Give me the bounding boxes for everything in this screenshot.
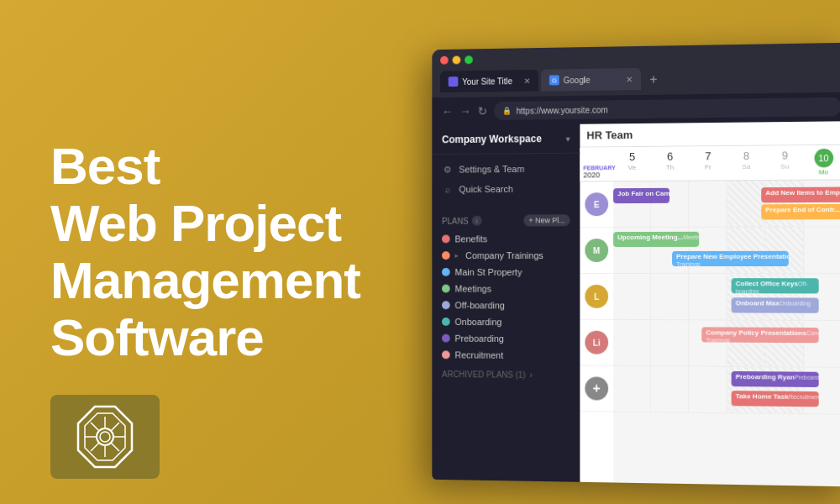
settings-icon: ⚙ [442,164,454,176]
expand-icon-trainings[interactable]: ▸ [454,251,459,260]
grid-cell-4-1 [651,366,689,412]
calendar-body: E M L Li + [580,180,840,486]
plan-label-preboarding: Preboarding [454,333,503,344]
browser-chrome: Your Site Title ✕ G Google ✕ + [432,43,840,98]
calendar-event[interactable]: Prepare End of Contr... [761,204,840,220]
plan-label-benefits: Benefits [454,234,487,244]
plans-section: PLANS i + New Pl... Benefits ▸ Company T… [432,210,580,364]
grid-cell-3-0 [613,320,651,365]
address-field[interactable]: 🔒 https://www.yoursite.com [494,97,840,120]
tab-active[interactable]: Your Site Title ✕ [440,70,538,92]
tab-close-icon-2[interactable]: ✕ [626,75,633,84]
day-header-4: 9 Su [765,145,804,180]
user-avatar-2: L [585,285,608,308]
plan-item-preboarding[interactable]: Preboarding [432,330,580,348]
forward-button[interactable]: → [459,105,471,118]
grid-cell-2-0 [613,274,651,319]
plan-item-trainings[interactable]: ▸ Company Trainings [432,247,580,264]
svg-line-8 [91,423,99,431]
day-label-1: Th [666,164,674,171]
grid-cell-2-1 [651,274,689,319]
lock-icon: 🔒 [502,107,512,115]
search-icon: ⌕ [442,183,454,195]
day-label-3: Sa [742,163,750,171]
archived-chevron-icon: › [530,370,533,380]
plan-label-property: Main St Property [454,267,522,277]
calendar-event[interactable]: Preboarding RyanPreboarding [732,371,819,387]
grid-cell-1-5 [804,227,840,273]
plan-dot-recruitment [442,350,450,359]
svg-line-10 [111,423,119,431]
plan-dot-trainings [442,251,450,260]
grid-cell-3-1 [651,320,689,365]
plan-item-onboarding[interactable]: Onboarding [432,313,580,331]
archived-plans-section[interactable]: ARCHIVED PLANS (1) › [432,363,580,386]
sidebar: Company Workspace ▾ ⚙ Settings & Team ⌕ … [432,124,580,482]
browser-mockup: Your Site Title ✕ G Google ✕ + ← → ↻ 🔒 h… [432,43,840,487]
user-avatar-1: M [585,239,608,262]
sidebar-item-settings[interactable]: ⚙ Settings & Team [432,159,580,180]
calendar-team-title: HR Team [586,129,633,142]
plans-label: PLANS i [442,216,481,226]
calendar-year: 2020 [583,171,610,179]
plan-label-meetings: Meetings [454,284,491,294]
plan-item-recruitment[interactable]: Recruitment [432,346,580,364]
plan-dot-benefits [442,235,450,244]
user-avatar-3: Li [585,331,608,354]
day-label-2: Fr [705,163,711,171]
back-button[interactable]: ← [442,105,454,118]
plan-label-recruitment: Recruitment [454,350,503,360]
user-row-4: + [580,365,613,412]
sidebar-search-label: Quick Search [459,184,512,194]
day-header-5: 10 Mo [804,145,840,180]
grid-cell-4-0 [613,366,651,412]
grid-row-0: Job Fair on CampusRecruitmentAdd New Ite… [613,180,840,228]
plan-label-onboarding: Onboarding [454,317,501,327]
tab-close-icon[interactable]: ✕ [523,76,530,85]
tab-label-2: Google [564,75,591,84]
plan-dot-property [442,268,450,276]
tab-google[interactable]: G Google ✕ [541,68,641,92]
plan-item-offboarding[interactable]: Off-boarding [432,297,580,313]
days-header: FEBRUARY 2020 5 Ve 6 Th 7 Fr [580,145,840,182]
plan-item-property[interactable]: Main St Property [432,264,580,281]
day-label-0: Ve [628,164,636,171]
calendar-event[interactable]: Onboard MaxOnboarding [732,297,819,313]
calendar-event[interactable]: Collect Office KeysOff-boarding [732,278,819,293]
close-dot[interactable] [440,56,449,65]
tab-favicon [449,76,459,87]
minimize-dot[interactable] [453,55,461,64]
calendar-event[interactable]: Company Policy PresentationsCompany Trai… [701,327,819,343]
user-avatar-add[interactable]: + [585,376,608,400]
day-header-3: 8 Sa [727,146,766,181]
sidebar-settings-label: Settings & Team [459,164,524,174]
page-container: Best Web Project Management Software [0,0,840,504]
grid-row-3: Company Policy PresentationsCompany Trai… [613,320,840,368]
calendar-event[interactable]: Job Fair on CampusRecruitment [613,188,669,203]
workspace-chevron-icon[interactable]: ▾ [566,134,570,143]
plans-title: PLANS [442,216,469,225]
left-content: Best Web Project Management Software [0,87,412,417]
user-row-3: Li [580,320,613,366]
new-plan-button[interactable]: + New Pl... [524,214,570,226]
maximize-dot[interactable] [465,55,473,64]
plan-item-meetings[interactable]: Meetings [432,281,580,297]
sidebar-item-search[interactable]: ⌕ Quick Search [432,178,580,199]
plan-label-trainings: Company Trainings [465,250,543,260]
new-tab-button[interactable]: + [643,70,664,90]
plan-item-benefits[interactable]: Benefits [432,230,580,247]
calendar-area: HR Team FEBRUARY 2020 5 Ve 6 Th [580,121,840,486]
plans-info-icon[interactable]: i [472,216,482,226]
archived-label: ARCHIVED PLANS (1) [442,370,526,380]
grid-cell-2-2 [689,274,727,319]
calendar-event[interactable]: Upcoming Meeting...Meetings [613,232,699,247]
address-bar: ← → ↻ 🔒 https://www.yoursite.com [432,92,840,126]
calendar-event[interactable]: Add New Items to Employee... [761,187,840,203]
reload-button[interactable]: ↻ [478,104,488,118]
plan-label-offboarding: Off-boarding [454,300,504,310]
day-header-0: 5 Ve [613,147,651,181]
calendar-event[interactable]: Take Home TaskRecruitment [732,391,819,407]
calendar-event[interactable]: Prepare New Employee PresentationCompany… [672,251,789,266]
svg-line-11 [91,443,99,451]
workspace-name: Company Workspace [442,133,542,145]
